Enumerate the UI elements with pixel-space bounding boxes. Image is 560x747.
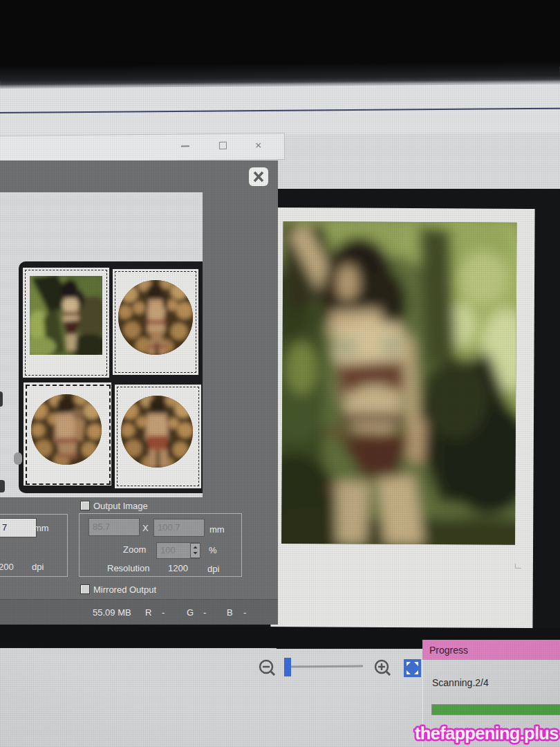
svg-text:thefappening.plus: thefappening.plus xyxy=(415,723,559,743)
